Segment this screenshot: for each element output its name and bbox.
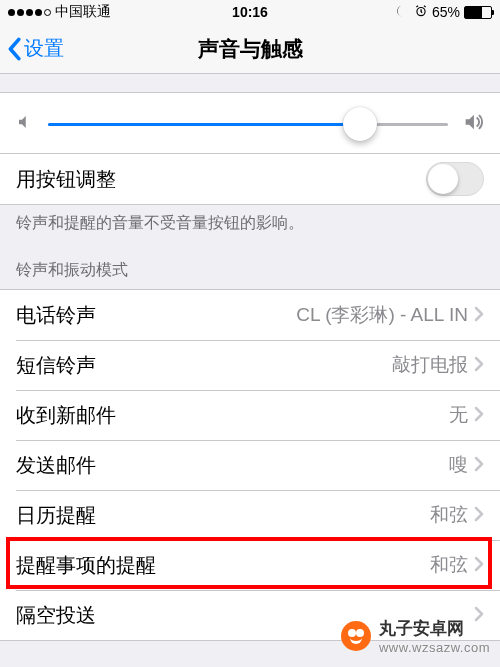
watermark-url: www.wzsazw.com: [379, 640, 490, 655]
list-item[interactable]: 电话铃声CL (李彩琳) - ALL IN: [0, 290, 500, 340]
chevron-right-icon: [474, 404, 484, 427]
clock: 10:16: [232, 4, 268, 20]
do-not-disturb-icon: [396, 4, 410, 21]
list-item-value: 无: [449, 402, 468, 428]
chevron-right-icon: [474, 304, 484, 327]
watermark: 丸子安卓网 www.wzsazw.com: [341, 617, 490, 655]
list-item[interactable]: 短信铃声敲打电报: [0, 340, 500, 390]
section-header-ringtones: 铃声和振动模式: [0, 246, 500, 289]
list-item-label: 日历提醒: [16, 502, 430, 529]
list-item-value: 和弦: [430, 552, 468, 578]
back-button[interactable]: 设置: [0, 35, 64, 62]
status-right: 65%: [268, 4, 492, 21]
chevron-left-icon: [6, 37, 22, 61]
list-item[interactable]: 收到新邮件无: [0, 390, 500, 440]
list-item-label: 发送邮件: [16, 452, 449, 479]
carrier-label: 中国联通: [55, 3, 111, 21]
list-item-value: 嗖: [449, 452, 468, 478]
list-item-label: 电话铃声: [16, 302, 296, 329]
button-adjust-switch[interactable]: [426, 162, 484, 196]
ringtone-list: 电话铃声CL (李彩琳) - ALL IN短信铃声敲打电报收到新邮件无发送邮件嗖…: [0, 289, 500, 641]
list-item-label: 短信铃声: [16, 352, 392, 379]
watermark-brand: 丸子安卓网: [379, 619, 464, 638]
nav-bar: 设置 声音与触感: [0, 24, 500, 74]
list-item-value: 和弦: [430, 502, 468, 528]
list-item-value: 敲打电报: [392, 352, 468, 378]
status-left: 中国联通: [8, 3, 232, 21]
page-title: 声音与触感: [0, 35, 500, 63]
volume-slider[interactable]: [48, 112, 448, 136]
speaker-high-icon: [462, 111, 484, 137]
back-label: 设置: [24, 35, 64, 62]
button-adjust-label: 用按钮调整: [16, 166, 426, 193]
list-item[interactable]: 日历提醒和弦: [0, 490, 500, 540]
battery-icon: [464, 6, 492, 19]
watermark-logo-icon: [341, 621, 371, 651]
chevron-right-icon: [474, 354, 484, 377]
speaker-low-icon: [16, 113, 34, 135]
status-bar: 中国联通 10:16 65%: [0, 0, 500, 24]
button-adjust-row[interactable]: 用按钮调整: [0, 154, 500, 204]
volume-footer-note: 铃声和提醒的音量不受音量按钮的影响。: [0, 205, 500, 246]
battery-pct: 65%: [432, 4, 460, 20]
chevron-right-icon: [474, 454, 484, 477]
list-item-label: 收到新邮件: [16, 402, 449, 429]
alarm-icon: [414, 4, 428, 21]
chevron-right-icon: [474, 504, 484, 527]
slider-thumb[interactable]: [343, 107, 377, 141]
chevron-right-icon: [474, 554, 484, 577]
list-item-value: CL (李彩琳) - ALL IN: [296, 302, 468, 328]
volume-slider-row: [0, 92, 500, 154]
watermark-text: 丸子安卓网 www.wzsazw.com: [379, 617, 490, 655]
list-item-label: 提醒事项的提醒: [16, 552, 430, 579]
signal-strength-icon: [8, 9, 51, 16]
list-item[interactable]: 发送邮件嗖: [0, 440, 500, 490]
list-item[interactable]: 提醒事项的提醒和弦: [0, 540, 500, 590]
